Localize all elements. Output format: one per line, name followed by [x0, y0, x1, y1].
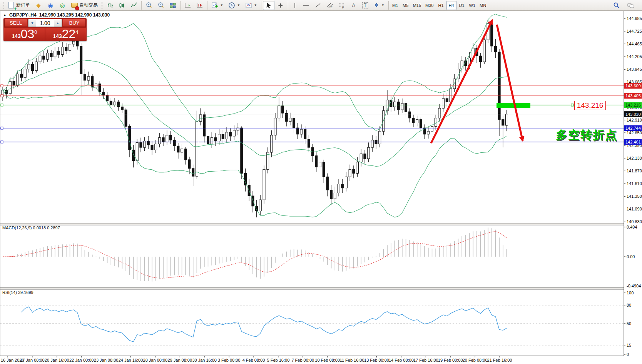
timeframe-button-w1[interactable]: W1	[467, 1, 478, 10]
svg-text:19 Feb 00:00: 19 Feb 00:00	[438, 358, 463, 362]
symbol-period: GBPJPY-,H4	[9, 12, 37, 18]
shapes-dropdown[interactable]: ▼	[371, 1, 387, 10]
turning-point-annotation[interactable]: 多空转折点	[556, 127, 617, 143]
crosshair-icon	[277, 2, 284, 9]
chat-button[interactable]	[624, 1, 637, 10]
profile-button[interactable]: ◉	[45, 1, 56, 10]
zoom-out-button[interactable]	[155, 1, 167, 10]
line-chart-button[interactable]	[128, 1, 140, 10]
svg-text:50: 50	[627, 321, 631, 326]
zoom-out-icon	[157, 2, 164, 9]
svg-text:E: E	[331, 6, 333, 8]
volume-decrease-button[interactable]: ▼	[28, 19, 36, 27]
timeframe-button-m5[interactable]: M5	[401, 1, 411, 10]
svg-text:21 Feb 16:00: 21 Feb 16:00	[487, 358, 512, 362]
one-click-trading-panel: SELL ▼ 1.00 ▲ BUY 143030 143224	[3, 18, 87, 41]
svg-text:80: 80	[627, 303, 631, 307]
macd-indicator-label: MACD(12,26,9) 0.0018 0.2897	[2, 225, 60, 230]
svg-text:24 Jan 16:00: 24 Jan 16:00	[119, 358, 143, 362]
timeframe-button-d1[interactable]: D1	[457, 1, 467, 10]
volume-increase-button[interactable]: ▲	[54, 19, 62, 27]
text-label-tool[interactable]: T	[360, 1, 371, 10]
period-clock-icon	[228, 2, 235, 9]
svg-text:13 Feb 00:00: 13 Feb 00:00	[364, 358, 389, 362]
svg-text:0.494: 0.494	[627, 225, 637, 229]
svg-text:15: 15	[627, 343, 631, 347]
tile-windows-button[interactable]	[167, 1, 179, 10]
buy-price[interactable]: 143224	[45, 28, 86, 40]
new-order-icon	[8, 2, 15, 9]
chart-shift-button[interactable]	[194, 1, 206, 10]
svg-text:17 Jan 08:00: 17 Jan 08:00	[20, 358, 45, 362]
channel-tool[interactable]: E	[324, 1, 336, 10]
new-chart-dropdown[interactable]: ▼	[209, 1, 226, 10]
toolbar-drag-handle[interactable]	[2, 2, 4, 9]
svg-text:141.870: 141.870	[627, 169, 642, 173]
svg-text:14 Feb 08:00: 14 Feb 08:00	[389, 358, 414, 362]
sell-button[interactable]: SELL	[4, 19, 27, 27]
new-chart-icon	[211, 2, 218, 9]
cursor-tool-button[interactable]	[263, 1, 274, 10]
fibonacci-icon: F	[338, 2, 345, 9]
gold-button[interactable]: ◆	[33, 1, 44, 10]
fibonacci-tool[interactable]: F	[336, 1, 348, 10]
text-tool[interactable]: A	[348, 1, 359, 10]
svg-text:143.405: 143.405	[625, 94, 641, 98]
timeframe-button-h1[interactable]: H1	[436, 1, 446, 10]
timeframe-button-m30[interactable]: M30	[423, 1, 435, 10]
sell-price[interactable]: 143030	[4, 28, 45, 40]
chat-icon	[627, 2, 635, 9]
chart-shift-icon	[196, 2, 203, 9]
crosshair-tool-button[interactable]	[275, 1, 286, 10]
channel-icon: E	[326, 2, 333, 9]
period-dropdown[interactable]: ▼	[226, 1, 242, 10]
svg-text:144.465: 144.465	[627, 42, 642, 46]
timeframe-button-h4[interactable]: H4	[446, 1, 456, 10]
search-button[interactable]	[610, 1, 622, 10]
timeframe-button-m1[interactable]: M1	[390, 1, 400, 10]
price-tag-label[interactable]: 143.216	[574, 101, 606, 110]
collapse-triangle-icon[interactable]: ▲	[3, 13, 7, 17]
svg-text:141.610: 141.610	[627, 181, 642, 186]
new-order-button[interactable]: 新订单	[5, 1, 32, 10]
bar-chart-button[interactable]	[104, 1, 116, 10]
svg-text:4 Feb 08:00: 4 Feb 08:00	[242, 358, 265, 362]
svg-text:143.609: 143.609	[625, 83, 641, 88]
volume-value[interactable]: 1.00	[36, 19, 54, 27]
chart-canvas[interactable]: 144.985144.725144.465144.205143.945143.6…	[0, 0, 642, 364]
svg-text:0.00: 0.00	[627, 254, 635, 259]
trendline-tool[interactable]	[312, 1, 324, 10]
trendline-icon	[314, 2, 321, 9]
buy-button[interactable]: BUY	[63, 19, 86, 27]
timeframe-button-mn[interactable]: MN	[478, 1, 488, 10]
svg-text:20 Jan 16:00: 20 Jan 16:00	[45, 358, 69, 362]
toolbar: 新订单 ◆ ◉ ◎ 自动交易	[0, 0, 642, 11]
auto-trading-button[interactable]: 自动交易	[69, 1, 100, 10]
svg-text:-0.4904: -0.4904	[627, 284, 641, 288]
horizontal-line-tool[interactable]	[300, 1, 312, 10]
vertical-line-tool[interactable]	[290, 1, 300, 10]
chevron-down-icon: ▼	[381, 3, 385, 7]
line-handle	[1, 141, 3, 143]
templates-icon	[245, 2, 252, 9]
candle-chart-button[interactable]	[116, 1, 128, 10]
toolbar-drag-handle[interactable]	[101, 2, 103, 9]
svg-text:143.216: 143.216	[625, 103, 641, 107]
auto-scroll-button[interactable]	[182, 1, 194, 10]
candles-chart-icon	[119, 2, 125, 9]
search-icon	[613, 2, 620, 9]
timeframe-button-m15[interactable]: M15	[411, 1, 423, 10]
line-handle	[1, 95, 3, 97]
svg-text:142.910: 142.910	[627, 118, 642, 122]
signals-button[interactable]: ◎	[57, 1, 68, 10]
templates-dropdown[interactable]: ▼	[243, 1, 259, 10]
svg-text:28 Jan 00:00: 28 Jan 00:00	[143, 358, 168, 362]
line-chart-icon	[130, 2, 137, 9]
zoom-in-button[interactable]	[143, 1, 155, 10]
svg-text:142.650: 142.650	[627, 130, 642, 135]
gold-icon: ◆	[35, 2, 42, 9]
svg-text:143.030: 143.030	[625, 112, 641, 117]
svg-text:20 Feb 08:00: 20 Feb 08:00	[463, 358, 488, 362]
chevron-down-icon: ▼	[254, 3, 257, 7]
svg-text:11 Feb 16:00: 11 Feb 16:00	[340, 358, 364, 362]
